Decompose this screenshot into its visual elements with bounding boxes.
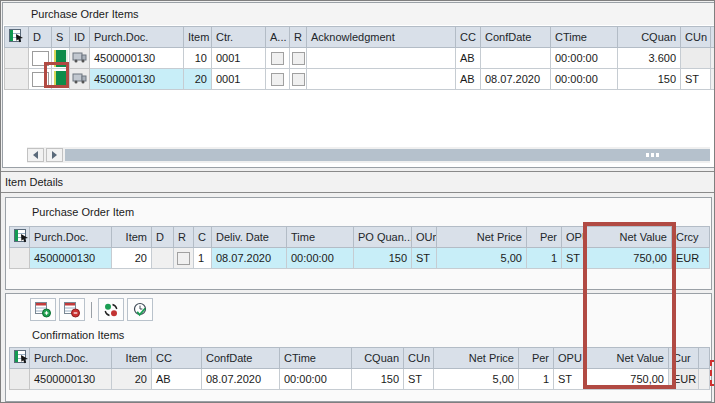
cell-crcy[interactable]: EUR (672, 248, 710, 269)
cell-cun[interactable] (681, 48, 711, 69)
cell-opu[interactable]: ST (554, 369, 587, 390)
cell-cun[interactable]: ST (404, 369, 434, 390)
col-cquan[interactable]: CQuan (352, 348, 404, 369)
row-selector[interactable] (5, 48, 29, 69)
col-purch-doc[interactable]: Purch.Doc. (30, 227, 112, 248)
col-opu[interactable]: OPU (554, 348, 587, 369)
cell-cquan[interactable]: 150 (352, 369, 404, 390)
horizontal-scrollbar[interactable] (27, 147, 710, 163)
col-ctime[interactable]: CTime (551, 27, 618, 48)
r-checkbox-cell[interactable] (290, 48, 307, 69)
col-net-price[interactable]: Net Price (437, 227, 527, 248)
cell-conf-date[interactable]: 08.07.2020 (202, 369, 280, 390)
insert-row-button[interactable] (30, 298, 56, 321)
cell-cc[interactable]: AB (456, 48, 481, 69)
scroll-left-button[interactable] (27, 148, 44, 162)
cell-ctime[interactable]: 00:00:00 (280, 369, 352, 390)
cell-net-price[interactable]: 5,00 (437, 248, 527, 269)
col-s[interactable]: S (52, 27, 70, 48)
cell-cc[interactable]: AB (152, 369, 202, 390)
check-deadline-button[interactable] (127, 298, 153, 321)
col-ctime[interactable]: CTime (280, 348, 352, 369)
col-item[interactable]: Item (112, 348, 152, 369)
cell-item[interactable]: 20 (184, 69, 212, 90)
cell-ctr[interactable]: 0001 (212, 69, 266, 90)
cell-ctr[interactable]: 0001 (212, 48, 266, 69)
id-icon-cell[interactable] (70, 69, 90, 90)
r-checkbox[interactable] (292, 73, 305, 86)
cell-cc[interactable]: AB (456, 69, 481, 90)
r-checkbox[interactable] (177, 252, 190, 265)
delete-row-button[interactable] (59, 298, 85, 321)
cell-per[interactable]: 1 (527, 248, 562, 269)
r-checkbox[interactable] (292, 52, 305, 65)
id-icon-cell[interactable] (70, 48, 90, 69)
col-cun[interactable]: CUn (681, 27, 711, 48)
col-crcy[interactable]: Crcy (672, 227, 710, 248)
col-net-price[interactable]: Net Price (434, 348, 519, 369)
row-selector[interactable] (10, 369, 30, 390)
cell-cun[interactable]: ST (681, 69, 711, 90)
col-acknowledgment[interactable]: Acknowledgment (307, 27, 456, 48)
cell-time[interactable]: 00:00:00 (287, 248, 354, 269)
cell-po-quan[interactable]: 150 (354, 248, 412, 269)
col-a[interactable]: A... (266, 27, 290, 48)
cell-purch-doc[interactable]: 4500000130 (30, 248, 112, 269)
cell-purch-doc[interactable]: 4500000130 (90, 48, 184, 69)
cell-ctime[interactable]: 00:00:00 (551, 69, 618, 90)
col-purch-doc[interactable]: Purch.Doc. (30, 348, 112, 369)
col-cun[interactable]: CUn (404, 348, 434, 369)
col-ctr[interactable]: Ctr. (212, 27, 266, 48)
col-po-quan[interactable]: PO Quan... (354, 227, 412, 248)
swap-order-button[interactable] (98, 298, 124, 321)
cell-item[interactable]: 20 (112, 369, 152, 390)
a-checkbox[interactable] (271, 52, 284, 65)
col-time[interactable]: Time (287, 227, 354, 248)
col-per[interactable]: Per (519, 348, 554, 369)
cell-cquan[interactable]: 150 (618, 69, 681, 90)
cell-c[interactable]: 1 (194, 248, 212, 269)
a-checkbox-cell[interactable] (266, 48, 290, 69)
col-r[interactable]: R (290, 27, 307, 48)
a-checkbox-cell[interactable] (266, 69, 290, 90)
cell-item[interactable]: 10 (184, 48, 212, 69)
cell-cquan[interactable]: 3.600 (618, 48, 681, 69)
grid-select-all-corner[interactable] (10, 227, 30, 248)
cell-acknowledgment[interactable] (307, 48, 456, 69)
cell-purch-doc[interactable]: 4500000130 (30, 369, 112, 390)
col-deliv-date[interactable]: Deliv. Date (212, 227, 287, 248)
cell-acknowledgment[interactable] (307, 69, 456, 90)
row-selector[interactable] (10, 248, 30, 269)
col-item[interactable]: Item (184, 27, 212, 48)
col-d[interactable]: D (29, 27, 52, 48)
cell-conf-date[interactable] (481, 48, 551, 69)
r-checkbox-cell[interactable] (290, 69, 307, 90)
col-oun[interactable]: OUn (412, 227, 437, 248)
cell-ctime[interactable]: 00:00:00 (551, 48, 618, 69)
r-checkbox-cell[interactable] (174, 248, 194, 269)
cell-oun[interactable]: ST (412, 248, 437, 269)
col-conf-date[interactable]: ConfDate (202, 348, 280, 369)
row-selector[interactable] (5, 69, 29, 90)
col-purch-doc[interactable]: Purch.Doc. (90, 27, 184, 48)
col-id[interactable]: ID (70, 27, 90, 48)
col-item[interactable]: Item (112, 227, 152, 248)
cell-purch-doc[interactable]: 4500000130 (90, 69, 184, 90)
cell-per[interactable]: 1 (519, 369, 554, 390)
cell-d[interactable] (152, 248, 174, 269)
a-checkbox[interactable] (271, 73, 284, 86)
cell-net-price[interactable]: 5,00 (434, 369, 519, 390)
cell-conf-date[interactable]: 08.07.2020 (481, 69, 551, 90)
col-cc[interactable]: CC (152, 348, 202, 369)
col-per[interactable]: Per (527, 227, 562, 248)
scroll-right-button[interactable] (46, 148, 63, 162)
cell-deliv-date[interactable]: 08.07.2020 (212, 248, 287, 269)
col-c[interactable]: C (194, 227, 212, 248)
col-d[interactable]: D (152, 227, 174, 248)
scrollbar-thumb[interactable] (65, 149, 710, 161)
cell-item[interactable]: 20 (112, 248, 152, 269)
col-conf-date[interactable]: ConfDate (481, 27, 551, 48)
grid-select-all-corner[interactable] (5, 27, 29, 48)
col-r[interactable]: R (174, 227, 194, 248)
grid-select-all-corner[interactable] (10, 348, 30, 369)
